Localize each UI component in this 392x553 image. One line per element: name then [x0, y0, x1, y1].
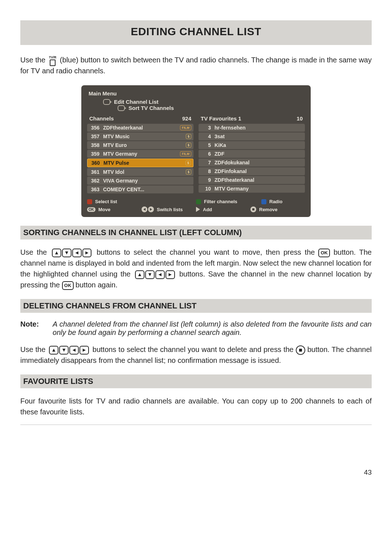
- section-heading: SORTING CHANNELS IN CHANNEL LIST (LEFT C…: [20, 226, 372, 239]
- list-item[interactable]: 357MTV Music$: [87, 132, 193, 140]
- action-move: OKMove: [87, 205, 142, 213]
- action-remove: Remove: [250, 205, 305, 213]
- list-item[interactable]: 360MTV Pulse$: [87, 159, 193, 167]
- channels-list: Channels924 356ZDFtheaterkanalFILM357MTV…: [87, 115, 193, 194]
- list-item[interactable]: 356ZDFtheaterkanalFILM: [87, 124, 193, 132]
- breadcrumb: Sort TV Channels: [118, 105, 305, 111]
- green-button-icon: [196, 199, 201, 204]
- list-item[interactable]: 10MTV Germany: [199, 185, 305, 193]
- ok-key-icon: OK: [318, 249, 330, 257]
- red-button-icon: [87, 199, 92, 204]
- footer-divider: [20, 425, 372, 425]
- arrow-keys-icon: ▲▼◄►: [135, 270, 175, 279]
- list-item[interactable]: 43sat: [199, 132, 305, 140]
- ok-icon: OK: [87, 207, 95, 212]
- list-item[interactable]: 361MTV Idol$: [87, 168, 193, 176]
- favourites-list: TV Favourites 110 3hr-fernsehen43sat5KiK…: [199, 115, 305, 194]
- list-item[interactable]: 6ZDF: [199, 150, 305, 158]
- list-item[interactable]: 3hr-fernsehen: [199, 124, 305, 132]
- blue-button-icon: [261, 199, 266, 204]
- sorting-paragraph: Use the ▲▼◄► buttons to select the chann…: [20, 247, 372, 290]
- chevron-right-icon: [118, 105, 125, 111]
- action-filter: Filter channels: [196, 198, 261, 205]
- ok-key-icon: OK: [62, 281, 74, 290]
- list-item[interactable]: 363COMEDY CENT...: [87, 185, 193, 193]
- stop-key-icon: [296, 345, 305, 355]
- section-heading: FAVOURITE LISTS: [20, 374, 372, 388]
- list-item[interactable]: 8ZDFinfokanal: [199, 167, 305, 175]
- action-switch: Switch lists: [142, 205, 196, 213]
- chevron-right-icon: [103, 99, 110, 105]
- action-radio: Radio: [261, 198, 305, 205]
- list-item[interactable]: 9ZDFtheaterkanal: [199, 176, 305, 184]
- action-select-list: Select list: [87, 198, 196, 205]
- note: Note: A channel deleted from the channel…: [20, 320, 372, 337]
- intro-paragraph: Use the TV/R (blue) button to switch bet…: [20, 55, 372, 76]
- page-number: 43: [20, 468, 372, 476]
- breadcrumb: Edit Channel List: [103, 99, 305, 105]
- list-item[interactable]: 5KiKa: [199, 141, 305, 149]
- page-title: EDITING CHANNEL LIST: [20, 25, 372, 38]
- page-title-bar: EDITING CHANNEL LIST: [20, 20, 372, 45]
- arrow-keys-icon: ▲▼◄►: [49, 346, 89, 355]
- section-heading: DELETING CHANNELS FROM CHANNEL LIST: [20, 299, 372, 313]
- list-item[interactable]: 362VIVA Germany: [87, 177, 193, 185]
- osd-menu: Main Menu Edit Channel List Sort TV Chan…: [81, 85, 311, 217]
- list-item[interactable]: 358MTV Euro$: [87, 141, 193, 149]
- deleting-paragraph: Use the ▲▼◄► buttons to select the chann…: [20, 344, 372, 366]
- action-add: Add: [196, 205, 250, 213]
- favourite-paragraph: Four favourite lists for TV and radio ch…: [20, 396, 372, 417]
- arrow-keys-icon: ▲▼◄►: [52, 249, 91, 257]
- stop-icon: [250, 206, 256, 212]
- rewind-forward-icon: [142, 206, 154, 212]
- list-item[interactable]: 7ZDFdokukanal: [199, 159, 305, 167]
- tvr-key-icon: TV/R: [49, 55, 57, 66]
- play-icon: [196, 207, 200, 212]
- list-item[interactable]: 359MTV GermanyFILM: [87, 150, 193, 158]
- breadcrumb: Main Menu: [89, 90, 305, 97]
